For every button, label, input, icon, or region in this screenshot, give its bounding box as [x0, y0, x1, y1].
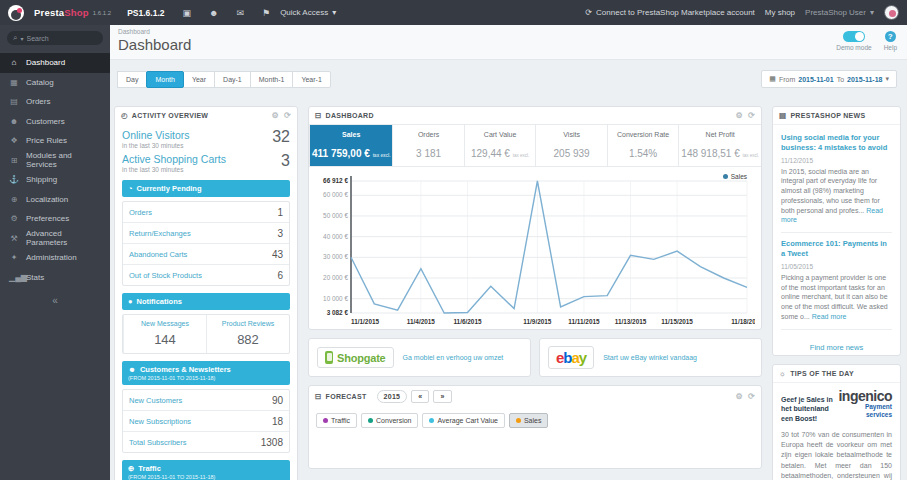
sidebar-item[interactable]: ▤ Orders — [0, 92, 110, 112]
pin-icon[interactable]: ⚑ — [262, 8, 270, 18]
help-control[interactable]: ? Help — [884, 31, 897, 51]
menu-item-label: Administration — [26, 253, 77, 262]
forecast-year-select[interactable]: 2015 — [377, 390, 408, 403]
row-label[interactable]: Out of Stock Products — [129, 271, 202, 280]
breadcrumb[interactable]: Dashboard — [118, 28, 899, 35]
refresh-icon[interactable]: ⟳ — [284, 111, 291, 120]
forecast-series-button[interactable]: Average Cart Value — [422, 413, 504, 428]
sidebar-item[interactable]: ⊞ Modules and Services — [0, 151, 110, 171]
prestashop-logo-icon[interactable] — [8, 5, 24, 21]
metric-tile[interactable]: Sales 411 759,00 € tax excl. — [309, 125, 392, 166]
menu-item-icon: ⌂ — [9, 58, 19, 67]
row-label[interactable]: Orders — [129, 208, 152, 217]
row-label[interactable]: Total Subscribers — [129, 438, 187, 447]
user-icon[interactable]: ☻ — [209, 8, 218, 18]
sidebar-item[interactable]: ⚓ Shipping — [0, 170, 110, 190]
sidebar-item[interactable]: ⚒ Advanced Parameters — [0, 229, 110, 249]
sync-icon: ⟳ — [585, 8, 592, 17]
search-input[interactable] — [27, 35, 91, 42]
ebay-banner[interactable]: ebay Start uw eBay winkel vandaag — [539, 338, 762, 377]
forecast-series-button[interactable]: Traffic — [316, 413, 357, 428]
sidebar-item[interactable]: ❖ Price Rules — [0, 131, 110, 151]
find-more-news-link[interactable]: Find more news — [773, 336, 900, 355]
row-label[interactable]: New Subscriptions — [129, 417, 191, 426]
stat-label[interactable]: Active Shopping Carts — [122, 153, 226, 165]
gear-icon[interactable]: ⚙ — [736, 392, 743, 401]
notification-columns: New Messages 144 Product Reviews 882 — [122, 314, 290, 354]
sidebar-item[interactable]: ⚙ Preferences — [0, 209, 110, 229]
customers-row[interactable]: Total Subscribers 1308 — [123, 432, 289, 452]
range-button[interactable]: Day — [117, 71, 147, 88]
metric-tile[interactable]: Net Profit 148 918,51 € tax excl. — [678, 125, 761, 166]
shopgate-banner[interactable]: Shopgate Ga mobiel en verhoog uw omzet — [308, 338, 531, 377]
read-more-link[interactable]: Read more — [812, 313, 847, 320]
metric-tile[interactable]: Cart Value 129,44 € tax excl. — [464, 125, 535, 166]
metric-tile[interactable]: Orders 3 181 — [392, 125, 463, 166]
range-button[interactable]: Month-1 — [250, 71, 294, 88]
notification-label[interactable]: Product Reviews — [209, 320, 287, 327]
pending-row[interactable]: Orders 1 — [123, 202, 289, 223]
stat-label[interactable]: Online Visitors — [122, 129, 190, 141]
refresh-icon[interactable]: ⟳ — [748, 392, 755, 401]
range-button[interactable]: Month — [146, 71, 183, 88]
notification-label[interactable]: New Messages — [126, 320, 204, 327]
avatar[interactable] — [884, 5, 899, 20]
pending-row[interactable]: Abandoned Carts 43 — [123, 244, 289, 265]
customers-row[interactable]: New Customers 90 — [123, 390, 289, 411]
tips-headline: Geef je Sales in het buitenland een Boos… — [781, 389, 834, 423]
sidebar-item[interactable]: ⌂ Dashboard — [0, 53, 110, 73]
help-icon[interactable]: ? — [885, 31, 896, 42]
range-button[interactable]: Year-1 — [292, 71, 330, 88]
chevron-down-icon[interactable]: ▾ — [20, 35, 23, 42]
cart-icon[interactable]: ▣ — [183, 8, 192, 18]
range-button[interactable]: Day-1 — [214, 71, 251, 88]
sidebar-item[interactable]: ▦ Catalog — [0, 73, 110, 93]
row-label[interactable]: New Customers — [129, 396, 182, 405]
tips-title: TIPS OF THE DAY — [790, 370, 854, 377]
refresh-icon[interactable]: ⟳ — [748, 111, 755, 120]
sidebar-item[interactable]: ▁▄▆ Stats — [0, 268, 110, 288]
forecast-series-button[interactable]: Conversion — [361, 413, 418, 428]
forecast-prev-button[interactable]: « — [411, 390, 429, 403]
ebay-link[interactable]: Start uw eBay winkel vandaag — [603, 354, 697, 361]
main-content: Dashboard Dashboard Demo mode ? Help Day… — [110, 25, 907, 480]
menu-item-label: Modules and Services — [26, 151, 101, 169]
gear-icon[interactable]: ⚙ — [272, 111, 279, 120]
to-date: 2015-11-18 — [847, 76, 882, 83]
topbar: PrestaShop 1.6.1.2 PS1.6.1.2 ▣ ☻ ✉ ⚑ Qui… — [0, 0, 907, 25]
sidebar-item[interactable]: ⊕ Localization — [0, 190, 110, 210]
metric-tile[interactable]: Conversion Rate 1.54% — [607, 125, 678, 166]
metric-label: Sales — [312, 131, 390, 138]
brand-logo[interactable]: PrestaShop — [34, 7, 89, 18]
marketplace-link[interactable]: ⟳Connect to PrestaShop Marketplace accou… — [585, 8, 754, 17]
user-menu[interactable]: PrestaShop User▾ — [805, 8, 874, 17]
notification-column[interactable]: New Messages 144 — [123, 315, 206, 353]
article-title[interactable]: Ecommerce 101: Payments in a Tweet — [781, 239, 892, 259]
chart-legend[interactable]: Sales — [723, 173, 747, 180]
my-shop-link[interactable]: My shop — [765, 8, 795, 17]
sidebar-item[interactable]: ✦ Administration — [0, 248, 110, 268]
gear-icon[interactable]: ⚙ — [736, 111, 743, 120]
news-articles: Using social media for your business: 4 … — [773, 124, 900, 336]
forecast-next-button[interactable]: » — [433, 390, 451, 403]
forecast-series-button[interactable]: Sales — [509, 413, 549, 428]
mail-icon[interactable]: ✉ — [237, 8, 245, 18]
row-label[interactable]: Abandoned Carts — [129, 250, 187, 259]
customers-row[interactable]: New Subscriptions 18 — [123, 411, 289, 432]
demo-mode-toggle[interactable] — [843, 31, 865, 42]
row-label[interactable]: Return/Exchanges — [129, 229, 191, 238]
metric-tile[interactable]: Visits 205 939 — [535, 125, 606, 166]
from-date: 2015-11-01 — [798, 76, 833, 83]
notification-column[interactable]: Product Reviews 882 — [206, 315, 289, 353]
pending-row[interactable]: Return/Exchanges 3 — [123, 223, 289, 244]
sidebar-collapse-button[interactable]: « — [0, 295, 110, 306]
shopgate-link[interactable]: Ga mobiel en verhoog uw omzet — [403, 354, 504, 361]
date-range-picker[interactable]: ▦ From 2015-11-01 To 2015-11-18 ▾ — [761, 70, 897, 88]
demo-mode-control[interactable]: Demo mode — [836, 31, 871, 51]
quick-access-menu[interactable]: Quick Access▾ — [280, 8, 336, 17]
article-title[interactable]: Using social media for your business: 4 … — [781, 133, 892, 153]
pending-row[interactable]: Out of Stock Products 6 — [123, 265, 289, 285]
range-button[interactable]: Year — [183, 71, 215, 88]
row-value: 90 — [272, 395, 283, 406]
sidebar-item[interactable]: ☻ Customers — [0, 112, 110, 132]
